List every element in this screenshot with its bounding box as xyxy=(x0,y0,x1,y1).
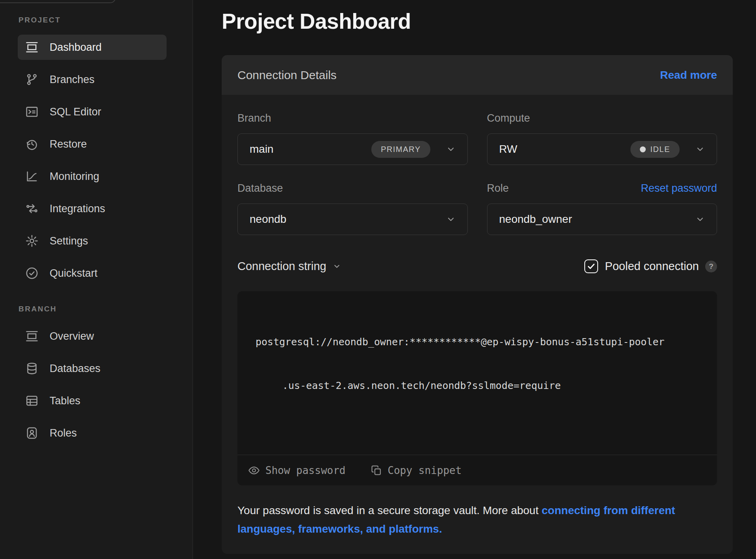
connection-string-code-block: postgresql://neondb_owner:************@e… xyxy=(237,291,717,485)
sidebar-item-roles[interactable]: Roles xyxy=(18,420,167,446)
read-more-link[interactable]: Read more xyxy=(660,69,717,81)
sidebar-item-restore[interactable]: Restore xyxy=(18,131,167,157)
connection-details-card: Connection Details Read more Branch main… xyxy=(222,55,733,554)
chevron-down-icon xyxy=(446,215,456,224)
sidebar-item-label: Restore xyxy=(50,138,87,150)
password-vault-note: Your password is saved in a secure stora… xyxy=(237,501,717,538)
eye-icon xyxy=(248,464,260,477)
idle-badge: IDLE xyxy=(630,141,680,158)
sidebar-item-dashboard[interactable]: Dashboard xyxy=(18,35,167,60)
databases-icon xyxy=(24,361,40,376)
sidebar-item-label: Branches xyxy=(50,74,94,86)
sidebar-item-label: Databases xyxy=(50,363,100,375)
copy-icon xyxy=(370,464,383,477)
primary-badge: PRIMARY xyxy=(371,141,430,158)
sidebar: PROJECT Dashboard Branches SQL Editor xyxy=(0,0,193,559)
card-title: Connection Details xyxy=(237,68,337,82)
restore-icon xyxy=(24,136,40,152)
database-label: Database xyxy=(237,182,283,194)
connection-string-label: Connection string xyxy=(237,260,326,273)
connection-string-value: postgresql://neondb_owner:************@e… xyxy=(237,291,717,422)
sidebar-item-label: Overview xyxy=(50,330,94,342)
reset-password-link[interactable]: Reset password xyxy=(641,182,717,194)
sidebar-item-label: Integrations xyxy=(50,203,105,215)
settings-icon xyxy=(24,233,40,249)
sidebar-item-integrations[interactable]: Integrations xyxy=(18,196,167,221)
sidebar-item-label: Dashboard xyxy=(50,41,102,54)
sidebar-item-overview[interactable]: Overview xyxy=(18,324,167,349)
code-line-1: postgresql://neondb_owner:************@e… xyxy=(237,335,717,349)
overview-icon xyxy=(24,328,40,344)
monitoring-icon xyxy=(24,168,40,184)
copy-snippet-button[interactable]: Copy snippet xyxy=(370,464,462,477)
sql-editor-icon xyxy=(24,104,40,120)
role-select[interactable]: neondb_owner xyxy=(487,204,717,235)
sidebar-item-label: Settings xyxy=(50,235,88,247)
sidebar-top-divider xyxy=(0,0,116,3)
branches-icon xyxy=(24,72,40,87)
code-actions-bar: Show password Copy snippet xyxy=(237,455,717,485)
show-password-button[interactable]: Show password xyxy=(248,464,346,477)
chevron-down-icon xyxy=(333,262,341,270)
database-value: neondb xyxy=(250,213,286,226)
compute-value: RW xyxy=(499,143,517,155)
sidebar-item-settings[interactable]: Settings xyxy=(18,228,167,254)
dashboard-icon xyxy=(24,39,40,55)
card-body: Branch main PRIMARY xyxy=(222,95,733,554)
integrations-icon xyxy=(24,201,40,217)
compute-select[interactable]: RW IDLE xyxy=(487,133,717,165)
role-value: neondb_owner xyxy=(499,213,572,226)
compute-field: Compute RW IDLE xyxy=(487,111,717,165)
branch-label: Branch xyxy=(237,112,271,124)
chevron-down-icon xyxy=(695,215,705,224)
sidebar-item-label: SQL Editor xyxy=(50,106,101,118)
tables-icon xyxy=(24,393,40,409)
code-line-2: .us-east-2.aws.neon.tech/neondb?sslmode=… xyxy=(237,378,717,393)
checkmark-icon xyxy=(587,262,596,271)
chevron-down-icon xyxy=(446,144,456,154)
compute-label: Compute xyxy=(487,112,530,124)
connection-string-row: Connection string Pooled connection ? xyxy=(237,259,717,273)
branch-select[interactable]: main PRIMARY xyxy=(237,133,468,165)
database-select[interactable]: neondb xyxy=(237,204,468,235)
pooled-connection-label: Pooled connection xyxy=(605,260,699,273)
sidebar-item-branches[interactable]: Branches xyxy=(18,67,167,92)
branch-value: main xyxy=(250,143,274,155)
page-title: Project Dashboard xyxy=(222,9,733,34)
sidebar-item-sql-editor[interactable]: SQL Editor xyxy=(18,99,167,124)
sidebar-item-quickstart[interactable]: Quickstart xyxy=(18,261,167,286)
quickstart-icon xyxy=(24,265,40,281)
sidebar-item-monitoring[interactable]: Monitoring xyxy=(18,164,167,189)
sidebar-item-label: Tables xyxy=(50,395,80,407)
database-field: Database neondb xyxy=(237,181,468,235)
sidebar-item-tables[interactable]: Tables xyxy=(18,388,167,413)
sidebar-item-label: Monitoring xyxy=(50,170,99,183)
sidebar-item-databases[interactable]: Databases xyxy=(18,356,167,381)
card-header: Connection Details Read more xyxy=(222,55,733,95)
main-content: Project Dashboard Connection Details Rea… xyxy=(193,0,756,559)
connection-string-dropdown[interactable]: Connection string xyxy=(237,260,341,273)
help-icon[interactable]: ? xyxy=(705,261,717,272)
sidebar-section-branch-label: BRANCH xyxy=(19,305,193,313)
sidebar-item-label: Quickstart xyxy=(50,267,98,280)
role-field: Role Reset password neondb_owner xyxy=(487,181,717,235)
pooled-connection-group: Pooled connection ? xyxy=(584,259,717,273)
idle-status-dot xyxy=(640,146,646,152)
password-vault-text: Your password is saved in a secure stora… xyxy=(237,504,542,516)
role-label: Role xyxy=(487,182,509,194)
sidebar-item-label: Roles xyxy=(50,427,77,439)
sidebar-section-project-label: PROJECT xyxy=(19,16,193,24)
chevron-down-icon xyxy=(695,144,705,154)
pooled-connection-checkbox[interactable] xyxy=(584,259,598,273)
roles-icon xyxy=(24,425,40,441)
branch-field: Branch main PRIMARY xyxy=(237,111,468,165)
